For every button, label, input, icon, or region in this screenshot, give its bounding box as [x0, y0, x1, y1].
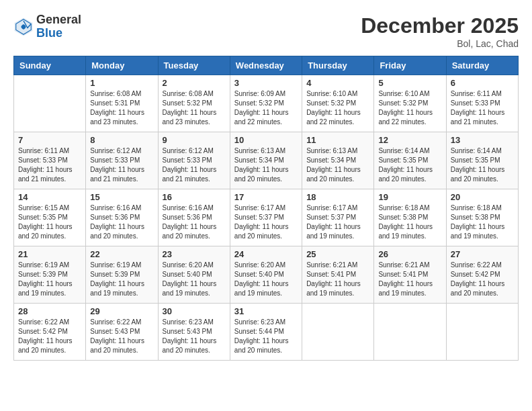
calendar-cell: 4Sunrise: 6:10 AM Sunset: 5:32 PM Daylig… — [302, 75, 374, 132]
day-info: Sunrise: 6:09 AM Sunset: 5:32 PM Dayligh… — [234, 89, 298, 127]
day-info: Sunrise: 6:23 AM Sunset: 5:44 PM Dayligh… — [234, 318, 298, 355]
logo-text: General Blue — [36, 13, 81, 40]
day-info: Sunrise: 6:10 AM Sunset: 5:32 PM Dayligh… — [378, 89, 441, 127]
day-header-wednesday: Wednesday — [230, 56, 302, 75]
day-header-monday: Monday — [86, 56, 158, 75]
day-number: 18 — [306, 192, 369, 202]
logo-blue: Blue — [36, 27, 81, 40]
calendar-cell: 14Sunrise: 6:15 AM Sunset: 5:35 PM Dayli… — [14, 189, 86, 246]
day-number: 16 — [163, 192, 226, 202]
title-section: December 2025 Bol, Lac, Chad — [361, 13, 519, 49]
day-info: Sunrise: 6:14 AM Sunset: 5:35 PM Dayligh… — [451, 146, 514, 184]
logo: General Blue — [13, 13, 81, 40]
calendar-cell: 17Sunrise: 6:17 AM Sunset: 5:37 PM Dayli… — [230, 189, 302, 246]
calendar-cell: 12Sunrise: 6:14 AM Sunset: 5:35 PM Dayli… — [374, 132, 446, 189]
day-number: 25 — [306, 249, 369, 259]
calendar-header-row: SundayMondayTuesdayWednesdayThursdayFrid… — [14, 56, 519, 75]
day-number: 1 — [90, 78, 153, 88]
day-header-thursday: Thursday — [302, 56, 374, 75]
day-info: Sunrise: 6:19 AM Sunset: 5:39 PM Dayligh… — [18, 261, 81, 298]
calendar-cell: 15Sunrise: 6:16 AM Sunset: 5:36 PM Dayli… — [86, 189, 158, 246]
page-header: General Blue December 2025 Bol, Lac, Cha… — [13, 13, 519, 49]
day-header-tuesday: Tuesday — [158, 56, 230, 75]
day-number: 19 — [378, 192, 441, 202]
week-row-4: 21Sunrise: 6:19 AM Sunset: 5:39 PM Dayli… — [14, 246, 519, 304]
day-number: 22 — [90, 249, 153, 259]
day-number: 9 — [163, 135, 226, 145]
day-info: Sunrise: 6:14 AM Sunset: 5:35 PM Dayligh… — [378, 146, 441, 184]
calendar-cell: 2Sunrise: 6:08 AM Sunset: 5:32 PM Daylig… — [158, 75, 230, 132]
calendar-cell: 24Sunrise: 6:20 AM Sunset: 5:40 PM Dayli… — [230, 246, 302, 304]
day-info: Sunrise: 6:20 AM Sunset: 5:40 PM Dayligh… — [234, 261, 298, 298]
day-number: 21 — [18, 249, 81, 259]
calendar-cell: 23Sunrise: 6:20 AM Sunset: 5:40 PM Dayli… — [158, 246, 230, 304]
calendar-cell: 7Sunrise: 6:11 AM Sunset: 5:33 PM Daylig… — [14, 132, 86, 189]
day-number: 7 — [18, 135, 81, 145]
calendar-cell: 25Sunrise: 6:21 AM Sunset: 5:41 PM Dayli… — [302, 246, 374, 304]
day-number: 28 — [18, 306, 81, 316]
day-info: Sunrise: 6:11 AM Sunset: 5:33 PM Dayligh… — [18, 146, 81, 184]
calendar-cell: 29Sunrise: 6:22 AM Sunset: 5:43 PM Dayli… — [86, 304, 158, 361]
day-number: 2 — [163, 78, 226, 88]
calendar-cell: 3Sunrise: 6:09 AM Sunset: 5:32 PM Daylig… — [230, 75, 302, 132]
day-info: Sunrise: 6:16 AM Sunset: 5:36 PM Dayligh… — [90, 203, 153, 241]
day-info: Sunrise: 6:08 AM Sunset: 5:32 PM Dayligh… — [163, 89, 226, 127]
day-number: 30 — [163, 306, 226, 316]
day-info: Sunrise: 6:16 AM Sunset: 5:36 PM Dayligh… — [163, 203, 226, 241]
day-number: 12 — [378, 135, 441, 145]
day-number: 3 — [234, 78, 298, 88]
day-number: 24 — [234, 249, 298, 259]
calendar-cell: 28Sunrise: 6:22 AM Sunset: 5:42 PM Dayli… — [14, 304, 86, 361]
day-info: Sunrise: 6:23 AM Sunset: 5:43 PM Dayligh… — [163, 318, 226, 355]
day-header-friday: Friday — [374, 56, 446, 75]
day-number: 4 — [306, 78, 369, 88]
day-info: Sunrise: 6:21 AM Sunset: 5:41 PM Dayligh… — [306, 261, 369, 298]
day-number: 14 — [18, 192, 81, 202]
day-number: 10 — [234, 135, 298, 145]
day-number: 29 — [90, 306, 153, 316]
calendar-cell: 10Sunrise: 6:13 AM Sunset: 5:34 PM Dayli… — [230, 132, 302, 189]
calendar-cell: 20Sunrise: 6:18 AM Sunset: 5:38 PM Dayli… — [446, 189, 518, 246]
day-number: 20 — [451, 192, 514, 202]
day-info: Sunrise: 6:22 AM Sunset: 5:42 PM Dayligh… — [451, 261, 514, 298]
calendar-cell: 26Sunrise: 6:21 AM Sunset: 5:41 PM Dayli… — [374, 246, 446, 304]
month-title: December 2025 — [361, 13, 519, 38]
day-info: Sunrise: 6:12 AM Sunset: 5:33 PM Dayligh… — [90, 146, 153, 184]
day-info: Sunrise: 6:11 AM Sunset: 5:33 PM Dayligh… — [451, 89, 514, 127]
calendar-cell — [302, 304, 374, 361]
day-number: 8 — [90, 135, 153, 145]
day-number: 6 — [451, 78, 514, 88]
day-header-sunday: Sunday — [14, 56, 86, 75]
day-info: Sunrise: 6:19 AM Sunset: 5:39 PM Dayligh… — [90, 261, 153, 298]
calendar-cell — [374, 304, 446, 361]
location: Bol, Lac, Chad — [361, 38, 519, 49]
day-number: 23 — [163, 249, 226, 259]
day-info: Sunrise: 6:13 AM Sunset: 5:34 PM Dayligh… — [306, 146, 369, 184]
day-number: 27 — [451, 249, 514, 259]
calendar-cell: 19Sunrise: 6:18 AM Sunset: 5:38 PM Dayli… — [374, 189, 446, 246]
day-info: Sunrise: 6:22 AM Sunset: 5:43 PM Dayligh… — [90, 318, 153, 355]
day-info: Sunrise: 6:13 AM Sunset: 5:34 PM Dayligh… — [234, 146, 298, 184]
day-header-saturday: Saturday — [446, 56, 518, 75]
calendar-cell: 31Sunrise: 6:23 AM Sunset: 5:44 PM Dayli… — [230, 304, 302, 361]
calendar-cell: 6Sunrise: 6:11 AM Sunset: 5:33 PM Daylig… — [446, 75, 518, 132]
day-number: 11 — [306, 135, 369, 145]
calendar-cell: 27Sunrise: 6:22 AM Sunset: 5:42 PM Dayli… — [446, 246, 518, 304]
day-number: 31 — [234, 306, 298, 316]
calendar-cell: 22Sunrise: 6:19 AM Sunset: 5:39 PM Dayli… — [86, 246, 158, 304]
day-info: Sunrise: 6:17 AM Sunset: 5:37 PM Dayligh… — [234, 203, 298, 241]
day-number: 26 — [378, 249, 441, 259]
calendar-cell: 16Sunrise: 6:16 AM Sunset: 5:36 PM Dayli… — [158, 189, 230, 246]
calendar-cell: 18Sunrise: 6:17 AM Sunset: 5:37 PM Dayli… — [302, 189, 374, 246]
calendar-cell: 9Sunrise: 6:12 AM Sunset: 5:33 PM Daylig… — [158, 132, 230, 189]
day-number: 17 — [234, 192, 298, 202]
day-info: Sunrise: 6:08 AM Sunset: 5:31 PM Dayligh… — [90, 89, 153, 127]
day-info: Sunrise: 6:21 AM Sunset: 5:41 PM Dayligh… — [378, 261, 441, 298]
week-row-1: 1Sunrise: 6:08 AM Sunset: 5:31 PM Daylig… — [14, 75, 519, 132]
day-info: Sunrise: 6:12 AM Sunset: 5:33 PM Dayligh… — [163, 146, 226, 184]
day-number: 13 — [451, 135, 514, 145]
calendar-cell: 5Sunrise: 6:10 AM Sunset: 5:32 PM Daylig… — [374, 75, 446, 132]
day-number: 5 — [378, 78, 441, 88]
day-info: Sunrise: 6:18 AM Sunset: 5:38 PM Dayligh… — [451, 203, 514, 241]
calendar-table: SundayMondayTuesdayWednesdayThursdayFrid… — [13, 56, 519, 361]
